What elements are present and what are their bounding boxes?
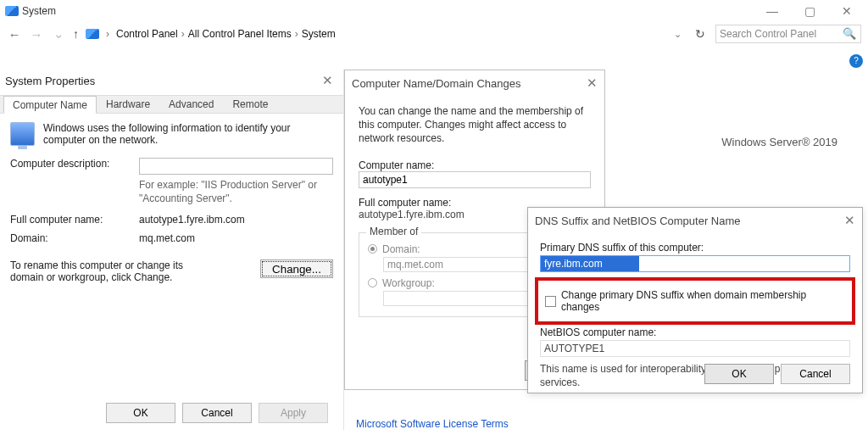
- description-input[interactable]: [139, 158, 333, 175]
- ok-button[interactable]: OK: [704, 364, 774, 384]
- netbios-label: NetBIOS computer name:: [540, 326, 850, 338]
- domain-value: mq.met.com: [139, 232, 333, 244]
- tab-computer-name[interactable]: Computer Name: [3, 96, 97, 114]
- back-button[interactable]: ←: [7, 27, 22, 42]
- close-icon[interactable]: ✕: [322, 73, 337, 88]
- tab-remote[interactable]: Remote: [223, 95, 277, 113]
- member-of-legend: Member of: [366, 226, 421, 237]
- primary-dns-label: Primary DNS suffix of this computer:: [540, 242, 850, 254]
- change-suffix-highlight: Change primary DNS suffix when domain me…: [535, 277, 855, 325]
- change-suffix-checkbox[interactable]: [545, 296, 556, 307]
- recent-dropdown[interactable]: ⌄: [51, 26, 66, 42]
- rename-text: To rename this computer or change its do…: [10, 259, 205, 283]
- dialog-title: DNS Suffix and NetBIOS Computer Name: [535, 215, 741, 227]
- apply-button[interactable]: Apply: [259, 403, 328, 423]
- desc-label: Computer description:: [10, 158, 139, 170]
- full-name-label: Full computer name:: [10, 214, 139, 226]
- close-icon[interactable]: ✕: [844, 213, 855, 228]
- breadcrumb-item[interactable]: All Control Panel Items: [188, 28, 292, 40]
- dns-suffix-dialog: DNS Suffix and NetBIOS Computer Name ✕ P…: [527, 207, 863, 393]
- computer-icon: [10, 122, 35, 146]
- computer-name-input[interactable]: [359, 171, 591, 188]
- breadcrumb-icon: [86, 29, 99, 39]
- dialog-title: Computer Name/Domain Changes: [352, 77, 520, 90]
- full-name-value: autotype1.fyre.ibm.com: [139, 214, 333, 226]
- close-icon[interactable]: ✕: [587, 75, 598, 91]
- license-link[interactable]: Microsoft Software License Terms: [356, 418, 509, 430]
- netbios-value: AUTOTYPE1: [540, 340, 850, 357]
- workgroup-radio-label: Workgroup:: [382, 277, 435, 289]
- titlebar: System — ▢ ✕: [0, 0, 868, 19]
- intro-text: Windows uses the following information t…: [43, 122, 333, 146]
- dialog-title: System Properties: [5, 75, 95, 87]
- workgroup-value-input[interactable]: [383, 291, 536, 306]
- system-icon: [5, 6, 19, 16]
- domain-label: Domain:: [10, 232, 139, 244]
- tab-advanced[interactable]: Advanced: [159, 95, 223, 113]
- close-button[interactable]: ✕: [834, 4, 860, 18]
- help-badge-icon[interactable]: ?: [849, 54, 863, 68]
- system-properties-dialog: System Properties ✕ Computer Name Hardwa…: [0, 70, 344, 430]
- up-button[interactable]: ↑: [73, 27, 79, 41]
- computer-name-label: Computer name:: [359, 159, 591, 171]
- info-text: You can change the name and the membersh…: [359, 104, 591, 146]
- domain-value-input[interactable]: [383, 257, 536, 272]
- change-button[interactable]: Change...: [260, 259, 333, 278]
- window-title: System: [22, 5, 56, 17]
- search-input[interactable]: Search Control Panel 🔍: [715, 25, 861, 43]
- tabs: Computer Name Hardware Advanced Remote: [0, 95, 343, 114]
- ok-button[interactable]: OK: [106, 403, 175, 423]
- os-label: Windows Server® 2019: [721, 136, 837, 148]
- address-dropdown[interactable]: ⌄: [670, 29, 685, 40]
- nav-bar: ← → ⌄ ↑ › Control Panel › All Control Pa…: [0, 19, 868, 49]
- breadcrumb[interactable]: Control Panel › All Control Panel Items …: [116, 28, 336, 40]
- refresh-button[interactable]: ↻: [692, 27, 709, 41]
- radio-icon: [368, 278, 377, 287]
- desc-example: For example: "IIS Production Server" or …: [139, 178, 333, 205]
- radio-icon: [368, 244, 377, 254]
- primary-dns-input[interactable]: [540, 255, 850, 272]
- change-suffix-label: Change primary DNS suffix when domain me…: [561, 289, 845, 313]
- tab-hardware[interactable]: Hardware: [97, 95, 159, 113]
- minimize-button[interactable]: —: [760, 4, 785, 18]
- breadcrumb-item[interactable]: System: [302, 28, 336, 40]
- cancel-button[interactable]: Cancel: [182, 403, 252, 423]
- breadcrumb-item[interactable]: Control Panel: [116, 28, 178, 40]
- domain-radio-label: Domain:: [382, 243, 420, 255]
- maximize-button[interactable]: ▢: [797, 4, 822, 18]
- search-icon: 🔍: [843, 27, 856, 40]
- forward-button[interactable]: →: [29, 27, 44, 42]
- search-placeholder: Search Control Panel: [720, 28, 816, 40]
- cancel-button[interactable]: Cancel: [781, 364, 850, 384]
